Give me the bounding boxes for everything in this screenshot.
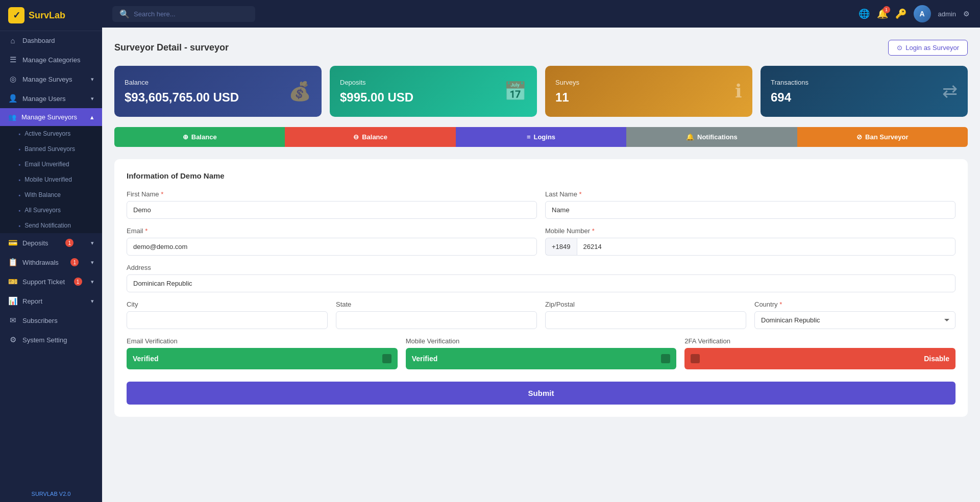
form-section: Information of Demo Name First Name * La… [114, 159, 968, 417]
mobile-verification-toggle[interactable]: Verified [406, 348, 677, 369]
deposits-badge: 1 [65, 239, 74, 247]
subtract-icon: ⊖ [353, 133, 359, 141]
city-input[interactable] [127, 311, 328, 329]
zip-input[interactable] [545, 311, 746, 329]
add-balance-button[interactable]: ⊕ Balance [114, 127, 285, 147]
city-label: City [127, 300, 328, 308]
sidebar-item-deposits[interactable]: 💳 Deposits 1 ▾ [0, 233, 102, 253]
login-as-surveyor-button[interactable]: ⊙ Login as Surveyor [888, 40, 968, 56]
mobile-group: Mobile Number * +1849 [545, 227, 955, 256]
mobile-label: Mobile Number * [545, 227, 955, 235]
address-input[interactable] [127, 274, 955, 292]
sidebar: ✓ SurvLab ⌂ Dashboard ☰ Manage Categorie… [0, 0, 102, 502]
last-name-group: Last Name * [545, 190, 955, 219]
verification-row: Email Verification Verified Mobile Verif… [127, 337, 955, 369]
globe-icon[interactable]: 🌐 [859, 8, 870, 19]
chevron-down-icon: ▾ [91, 95, 94, 102]
sidebar-item-withdrawals[interactable]: 📋 Withdrawals 1 ▾ [0, 253, 102, 272]
categories-icon: ☰ [8, 55, 17, 64]
sidebar-item-manage-surveyors[interactable]: 👥 Manage Surveyors ▴ [0, 108, 102, 126]
state-input[interactable] [336, 311, 537, 329]
form-row-address: Address [127, 264, 955, 292]
notification-icon[interactable]: 🔔 1 [877, 8, 888, 19]
sidebar-item-manage-surveys[interactable]: ◎ Manage Surveys ▾ [0, 69, 102, 89]
sidebar-item-support-ticket[interactable]: 🎫 Support Ticket 1 ▾ [0, 272, 102, 291]
sidebar-item-manage-users[interactable]: 👤 Manage Users ▾ [0, 89, 102, 108]
last-name-input[interactable] [545, 201, 955, 219]
email-verification-toggle[interactable]: Verified [127, 348, 398, 369]
mobile-verification-label: Mobile Verification [406, 337, 677, 345]
toggle-indicator [382, 354, 391, 363]
withdrawals-badge: 1 [70, 258, 79, 266]
sidebar-item-system-setting[interactable]: ⚙ System Setting [0, 330, 102, 349]
search-input[interactable] [134, 10, 248, 18]
country-select[interactable]: Dominican Republic [754, 311, 955, 329]
zip-group: Zip/Postal [545, 300, 746, 329]
users-icon: 👤 [8, 94, 17, 103]
ticket-icon: 🎫 [8, 277, 17, 286]
email-verification-group: Email Verification Verified [127, 337, 398, 369]
mobile-verification-group: Mobile Verification Verified [406, 337, 677, 369]
key-icon[interactable]: 🔑 [895, 8, 906, 19]
chevron-down-icon: ▾ [91, 259, 94, 266]
sidebar-item-subscribers[interactable]: ✉ Subscribers [0, 311, 102, 330]
form-row-name: First Name * Last Name * [127, 190, 955, 219]
search-icon: 🔍 [119, 9, 130, 19]
chevron-down-icon: ▾ [91, 76, 94, 83]
report-icon: 📊 [8, 296, 17, 306]
avatar[interactable]: A [914, 5, 931, 22]
deposits-icon: 💳 [8, 238, 17, 247]
stat-surveys-info: Surveys 11 [555, 79, 579, 105]
ban-icon: ⊘ [856, 133, 862, 141]
page-header: Surveyor Detail - surveyor ⊙ Login as Su… [114, 40, 968, 56]
zip-label: Zip/Postal [545, 300, 746, 308]
email-label: Email * [127, 227, 537, 235]
home-icon: ⌂ [8, 36, 17, 45]
stats-grid: Balance $93,605,765.00 USD 💰 Deposits $9… [114, 66, 968, 117]
state-group: State [336, 300, 537, 329]
subscribers-icon: ✉ [8, 316, 17, 325]
sidebar-item-with-balance[interactable]: With Balance [0, 187, 102, 203]
main-wrapper: 🔍 🌐 🔔 1 🔑 A admin ⚙ Surveyor Detail - su… [102, 0, 980, 502]
submit-button[interactable]: Submit [127, 382, 955, 405]
city-group: City [127, 300, 328, 329]
logins-button[interactable]: ≡ Logins [456, 127, 626, 147]
chevron-down-icon: ▾ [91, 279, 94, 285]
ticket-badge: 1 [74, 278, 82, 286]
sidebar-item-send-notification[interactable]: Send Notification [0, 218, 102, 233]
subtract-balance-button[interactable]: ⊖ Balance [285, 127, 455, 147]
admin-label: admin [938, 10, 956, 18]
deposits-stat-icon: 📅 [504, 81, 527, 102]
toggle-indicator [661, 354, 670, 363]
balance-icon: 💰 [288, 81, 311, 102]
settings-icon[interactable]: ⚙ [963, 10, 970, 18]
topbar: 🔍 🌐 🔔 1 🔑 A admin ⚙ [102, 0, 980, 28]
transactions-stat-icon: ⇄ [942, 81, 958, 102]
topbar-right: 🌐 🔔 1 🔑 A admin ⚙ [859, 5, 970, 22]
ban-surveyor-button[interactable]: ⊘ Ban Surveyor [797, 127, 968, 147]
sidebar-item-mobile-unverified[interactable]: Mobile Unverified [0, 172, 102, 187]
withdrawals-icon: 📋 [8, 258, 17, 267]
address-group: Address [127, 264, 955, 292]
list-icon: ≡ [527, 133, 531, 141]
sidebar-item-all-surveyors[interactable]: All Surveyors [0, 203, 102, 218]
surveys-icon: ◎ [8, 74, 17, 84]
form-row-location: City State Zip/Postal Country * [127, 300, 955, 329]
sidebar-item-manage-categories[interactable]: ☰ Manage Categories [0, 50, 102, 69]
last-name-label: Last Name * [545, 190, 955, 198]
mobile-input[interactable] [577, 238, 955, 256]
sidebar-item-email-unverified[interactable]: Email Unverified [0, 157, 102, 172]
first-name-group: First Name * [127, 190, 537, 219]
search-box[interactable]: 🔍 [112, 6, 255, 22]
page-title: Surveyor Detail - surveyor [114, 42, 229, 53]
notifications-button[interactable]: 🔔 Notifications [626, 127, 797, 147]
twofa-verification-group: 2FA Verification Disable [684, 337, 955, 369]
email-input[interactable] [127, 238, 537, 256]
sidebar-item-report[interactable]: 📊 Report ▾ [0, 291, 102, 311]
sidebar-logo: ✓ SurvLab [0, 0, 102, 31]
sidebar-item-banned-surveyors[interactable]: Banned Surveyors [0, 141, 102, 157]
twofa-verification-toggle[interactable]: Disable [684, 348, 955, 369]
sidebar-item-active-surveyors[interactable]: Active Surveyors [0, 126, 102, 141]
first-name-input[interactable] [127, 201, 537, 219]
sidebar-item-dashboard[interactable]: ⌂ Dashboard [0, 31, 102, 50]
